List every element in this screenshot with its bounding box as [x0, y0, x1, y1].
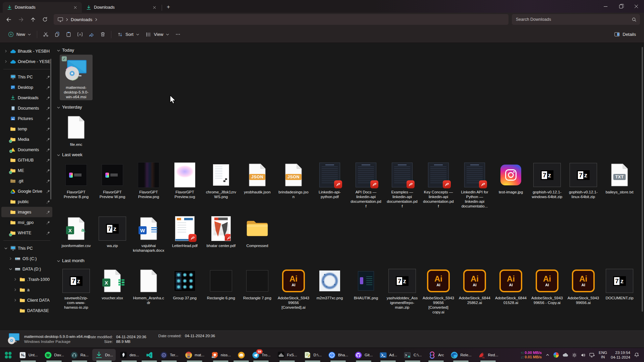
content-scrollbar[interactable]: [642, 47, 643, 312]
section-header[interactable]: Yesterday: [57, 104, 644, 110]
sidebar-item-pictures[interactable]: Pictures: [1, 113, 52, 124]
checkbox-checked-icon[interactable]: ✓: [62, 56, 67, 61]
search-box[interactable]: [512, 14, 640, 25]
notification-bell-icon[interactable]: z: [634, 352, 639, 358]
up-button[interactable]: [27, 14, 39, 25]
rename-button[interactable]: A: [74, 29, 86, 40]
sidebar-item-database[interactable]: DATABASE: [1, 305, 52, 316]
refresh-button[interactable]: [39, 14, 51, 25]
taskbar-app-redragon[interactable]: 21 Red...: [475, 349, 501, 361]
chevron-right-icon[interactable]: [3, 60, 8, 63]
file-tile-document-zip[interactable]: 7z DOCUMENT.zip: [603, 265, 636, 301]
language-indicator[interactable]: ENG IN: [599, 351, 607, 359]
file-tile-baileys-store-txt[interactable]: TXT baileys_store.txt: [603, 159, 636, 195]
tab-downloads-inactive[interactable]: Downloads: [82, 2, 161, 13]
sidebar-item-media[interactable]: Media: [1, 134, 52, 144]
clock[interactable]: 23:19:54 04-11-2024: [611, 350, 630, 360]
taskbar-app-design-app[interactable]: des...: [117, 349, 142, 361]
file-tile-group-37-png[interactable]: Group 37.png: [168, 265, 201, 301]
sidebar-item-temp[interactable]: temp: [1, 124, 52, 134]
chevron-right-icon[interactable]: [8, 257, 13, 260]
taskbar-app-github-desktop[interactable]: Git...: [352, 349, 375, 361]
taskbar-app-start[interactable]: [1, 349, 15, 361]
sidebar-item-white[interactable]: WHITE: [1, 228, 52, 238]
paste-button[interactable]: [63, 29, 74, 40]
file-tile-jsonformatter-csv[interactable]: Xa, jsonformatter.csv: [60, 213, 93, 249]
taskbar-app-powershell[interactable]: Ad...: [376, 349, 400, 361]
file-tile-adobestock-594399656-copy-ai[interactable]: AiAI AdobeStock_594399656 - Copy.ai: [531, 265, 564, 306]
file-tile-flavorgpt-preview-png[interactable]: FlavorGPT Preview.png: [132, 159, 165, 200]
file-tile-voucher-xlsx[interactable]: X voucher.xlsx: [96, 265, 129, 301]
sidebar-item-images[interactable]: images: [1, 207, 52, 217]
file-tile-flavorgpt-preview-w-png[interactable]: FlavorGPT Preview W.png: [96, 159, 129, 200]
sidebar-item-bhautik-yesbh[interactable]: Bhautik - YESBH: [1, 46, 52, 56]
sidebar-item-downloads[interactable]: Downloads: [1, 93, 52, 103]
chevron-right-icon[interactable]: [13, 278, 17, 281]
file-tile-linkedin-api-for-python-linkedin-api-documentatio[interactable]: LinkedIn API for Python — linkedin-api d…: [458, 159, 491, 209]
file-tile-adobestock-594399656-converted-copy-ai[interactable]: AiAI AdobeStock_594399656 [Converted] co…: [422, 265, 455, 315]
file-tile-vajubhai-krishanapark-docx[interactable]: W vajubhai krishanapark.docx: [132, 213, 165, 254]
copy-button[interactable]: [51, 29, 63, 40]
taskbar-app-spotify[interactable]: Dav...: [41, 349, 66, 361]
file-tile-bhautik-png[interactable]: BHAUTIK.png: [350, 265, 382, 301]
taskbar-app-discord[interactable]: [234, 349, 248, 361]
volume-icon[interactable]: [581, 353, 586, 358]
file-tile-saveweb2zip-com-www-harness-io-zip[interactable]: 7z saveweb2zip-com-www-harness-io.zip: [60, 265, 93, 311]
sidebar-item-trash-1000[interactable]: .Trash-1000: [1, 274, 52, 285]
taskbar-app-telegram[interactable]: Tro... 59: [249, 349, 273, 361]
section-header[interactable]: Last week: [57, 151, 644, 158]
file-tile-linkedin-api-python-pdf[interactable]: Linkedin-api-python.pdf: [313, 159, 346, 200]
close-tab-icon[interactable]: [72, 4, 78, 11]
file-tile-rectangle-6-png[interactable]: Rectangle 6.png: [205, 265, 237, 301]
file-tile-yashvidotdev-assignmentrepo-main-zip[interactable]: 7z yashvidotdev_AssignmentRepo-main.zip: [386, 265, 419, 311]
file-tile-gophish-v0-12-1-windows-64bit-zip[interactable]: 7z gophish-v0.12.1-windows-64bit.zip: [531, 159, 564, 200]
file-tile-m2m377xc-png[interactable]: m2m377xc.png: [313, 265, 346, 301]
sidebar-item-public[interactable]: public: [1, 196, 52, 207]
chevron-down-icon[interactable]: [3, 247, 8, 249]
section-header[interactable]: Last month: [57, 257, 644, 264]
network-display-icon[interactable]: [589, 353, 595, 357]
sort-button[interactable]: Sort: [114, 29, 143, 40]
sidebar-item-this-pc[interactable]: This PC: [1, 72, 52, 82]
sidebar-item-documents[interactable]: Documents: [1, 144, 52, 155]
sidebar-item-github[interactable]: GITHUB: [1, 155, 52, 165]
chevron-right-icon[interactable]: [13, 299, 17, 302]
network-speed-monitor[interactable]: ↑: 0.00 MB/s ↓: 0.01 MB/s: [521, 351, 542, 359]
file-tile-adobestock-684401528-ai[interactable]: AiAI AdobeStock_684401528.ai: [494, 265, 527, 306]
sidebar-item-desktop[interactable]: Desktop: [1, 82, 52, 93]
taskbar-app-brave[interactable]: niss...: [208, 349, 233, 361]
sidebar-item-this-pc[interactable]: This PC: [1, 243, 52, 253]
more-options-button[interactable]: [172, 29, 184, 40]
file-tile-homem-aranha-cdr[interactable]: Homem_Aranha.cdr: [132, 265, 165, 306]
file-tile-brindadesings-json[interactable]: JSON brindadesings.json: [277, 159, 310, 200]
sidebar-item-onedrive-yese[interactable]: OneDrive - YESE: [1, 56, 52, 67]
file-tile-adobestock-594399656-ai[interactable]: AiAI AdobeStock_594399656.ai: [567, 265, 600, 306]
taskbar-app-cmd[interactable]: C:\...: [401, 349, 424, 361]
file-tile-wa-zip[interactable]: 7z wa.zip: [96, 213, 129, 249]
chevron-right-icon[interactable]: [3, 50, 8, 53]
close-button[interactable]: [629, 0, 644, 13]
file-tile-yesbhautik-json[interactable]: JSON yesbhautik.json: [241, 159, 274, 195]
file-tile-examples-linkedin-api-documentation-pdf[interactable]: Examples — linkedin-api documentation.pd…: [386, 159, 419, 209]
address-bar[interactable]: Downloads: [54, 14, 508, 25]
file-tile-rectangle-7-png[interactable]: Rectangle 7.png: [241, 265, 274, 301]
hidden-icons-chevron[interactable]: [545, 353, 550, 357]
new-button[interactable]: New: [5, 29, 34, 40]
view-button[interactable]: View: [143, 29, 172, 40]
sidebar-item-git[interactable]: .git: [1, 176, 52, 186]
forward-button[interactable]: [15, 14, 27, 25]
sidebar-item-a[interactable]: a: [1, 285, 52, 295]
taskbar-app-notepad[interactable]: N Unt...: [16, 349, 40, 361]
file-tile-flavorgpt-preview-svg[interactable]: FlavorGPT Preview.svg: [168, 159, 201, 200]
brightness-icon[interactable]: [572, 353, 577, 358]
file-tile-adobestock-684425862-ai[interactable]: AiAI AdobeStock_684425862.ai: [458, 265, 491, 306]
search-input[interactable]: [515, 17, 632, 22]
file-tile-api-docs-linkedin-api-documentation-pdf[interactable]: API Docs — linkedin-api documentation.pd…: [350, 159, 382, 209]
back-button[interactable]: [3, 14, 15, 25]
file-tile-mattermost-desktop-5-9-0-win-x64-msi[interactable]: ✓ mattermost-desktop-5.9.0-win-x64.msi: [60, 55, 93, 100]
file-tile-gophish-v0-12-1-linux-64bit-zip[interactable]: 7z gophish-v0.12.1-linux-64bit.zip: [567, 159, 600, 200]
taskbar-app-mattermost[interactable]: mat...: [182, 349, 207, 361]
section-header[interactable]: Today: [57, 47, 644, 53]
file-tile-compressed[interactable]: Compressed: [241, 213, 274, 249]
cut-button[interactable]: [40, 29, 51, 40]
